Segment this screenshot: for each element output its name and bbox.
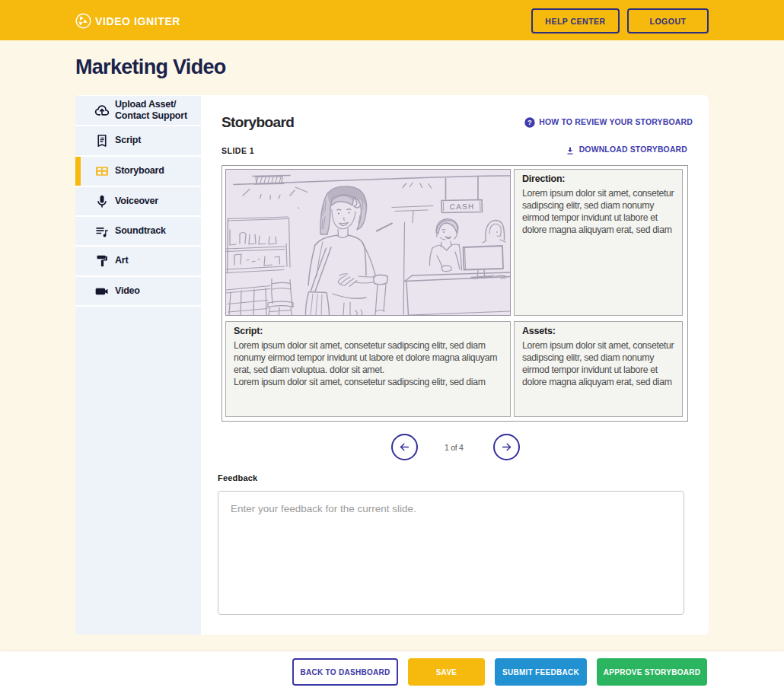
svg-text:?: ?	[527, 119, 532, 126]
svg-text:CASH: CASH	[450, 202, 475, 212]
